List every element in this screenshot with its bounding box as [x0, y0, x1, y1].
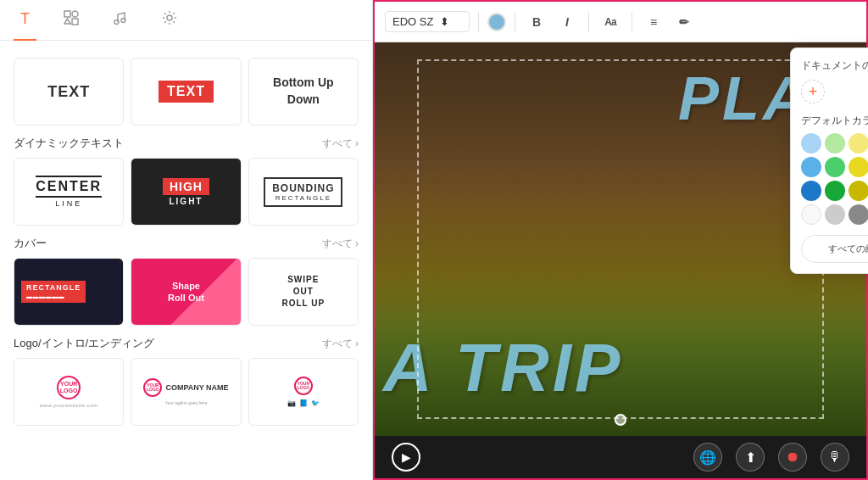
doc-color-area: + [801, 80, 868, 103]
svg-rect-3 [72, 19, 78, 25]
tab-text[interactable]: T [14, 0, 36, 40]
cover-shape-content: ShapeRoll Out [131, 259, 240, 325]
center-line-main: CENTER [36, 176, 102, 198]
color-swatch-1-1[interactable] [801, 133, 821, 153]
font-name-label: EDO SZ [392, 15, 433, 28]
font-size-button[interactable]: Aa [598, 9, 623, 35]
preset-bounding[interactable]: BOUNDING RECTANGLE [248, 158, 359, 226]
cover-section-header: カバー すべて › [14, 236, 359, 251]
cover-all-btn[interactable]: すべて › [322, 237, 359, 251]
svg-marker-2 [64, 19, 70, 24]
color-grid-row3 [801, 181, 868, 201]
preset-red-bg-label: TEXT [159, 81, 214, 103]
tab-music[interactable] [106, 0, 135, 40]
tab-settings[interactable] [155, 0, 184, 40]
color-swatch-1-2[interactable] [825, 133, 845, 153]
logo-3-content: YOURLOGO 📷📘🐦 [287, 377, 320, 407]
color-swatch-4-2[interactable] [825, 204, 845, 225]
color-dot[interactable] [487, 13, 506, 31]
toolbar-divider-4 [632, 12, 632, 32]
svg-point-5 [121, 19, 125, 23]
bounding-content: BOUNDING RECTANGLE [264, 177, 342, 207]
align-button[interactable]: ≡ [641, 9, 666, 35]
globe-icon: 🌐 [699, 449, 716, 466]
svg-point-4 [114, 20, 119, 25]
color-swatch-2-1[interactable] [801, 157, 821, 177]
color-swatch-3-2[interactable] [825, 181, 845, 201]
add-doc-color-btn[interactable]: + [801, 80, 825, 103]
logo-preset-grid: YOURLOGO www.yourwebsite.com YOURLOGO CO… [14, 358, 359, 426]
color-pen-button[interactable]: ✏ [671, 9, 697, 35]
mic-icon: 🎙 [828, 449, 842, 465]
font-selector[interactable]: EDO SZ ⬍ [385, 11, 470, 32]
preset-center-line[interactable]: CENTER LINE [14, 158, 124, 226]
preset-highlight[interactable]: HIGH LIGHT [131, 158, 241, 226]
toolbar-divider-1 [478, 12, 479, 32]
color-swatch-1-3[interactable] [849, 133, 868, 153]
mic-button[interactable]: 🎙 [821, 443, 849, 472]
apply-all-btn[interactable]: すべての絵コンテに適用 [801, 235, 868, 263]
preset-bottom-up-label: Bottom UpDown [273, 75, 334, 108]
preset-logo-2[interactable]: YOURLOGO COMPANY NAME Your tagline goes … [131, 358, 241, 426]
logo-1-circle: YOURLOGO [57, 376, 81, 399]
preset-plain-text-label: TEXT [47, 83, 90, 101]
preset-logo-1[interactable]: YOURLOGO www.yourwebsite.com [14, 358, 124, 426]
share-button[interactable]: ⬆ [736, 443, 765, 472]
preset-bottom-up[interactable]: Bottom UpDown [248, 58, 359, 126]
bounding-main: BOUNDING [272, 182, 334, 194]
color-grid-row1 [801, 133, 868, 153]
tab-shapes[interactable] [57, 0, 86, 40]
logo-section-header: Logo/イントロ/エンディング すべて › [14, 336, 359, 351]
share-icon: ⬆ [745, 449, 756, 466]
cover-preset-grid: RECTANGLE▬▬▬▬▬▬ ShapeRoll Out SWIPEOUTRO… [14, 258, 359, 326]
dynamic-preset-grid: CENTER LINE HIGH LIGHT BOUNDING RECTANGL… [14, 158, 359, 226]
bounding-sub: RECTANGLE [272, 194, 334, 202]
record-button[interactable]: ⏺ [778, 443, 807, 472]
preset-red-bg-text[interactable]: TEXT [131, 58, 241, 126]
bottom-toolbar: ▶ 🌐 ⬆ ⏺ 🎙 [375, 436, 866, 478]
color-swatch-2-2[interactable] [825, 157, 845, 177]
highlight-sub: LIGHT [169, 197, 203, 206]
left-panel: T TEXT TEXT Bottom UpDown ダイナミックテキスト す [0, 0, 373, 480]
preset-cover-swipe[interactable]: SWIPEOUTROLL UP [248, 258, 359, 326]
logo-3-circle: YOURLOGO [294, 377, 313, 395]
canvas-text-trip: A TRIP [383, 334, 623, 402]
color-grid-row2 [801, 157, 868, 177]
svg-rect-0 [64, 11, 70, 17]
color-swatch-3-3[interactable] [849, 181, 868, 201]
logo-1-content: YOURLOGO www.yourwebsite.com [40, 376, 98, 408]
logo-all-btn[interactable]: すべて › [322, 337, 359, 351]
italic-button[interactable]: I [554, 9, 580, 35]
color-swatch-4-3[interactable] [849, 204, 868, 225]
bold-button[interactable]: B [524, 9, 549, 35]
globe-button[interactable]: 🌐 [693, 443, 722, 472]
center-line-sub: LINE [36, 199, 102, 208]
tab-bar: T [0, 0, 372, 41]
doc-color-title: ドキュメントの色 [801, 59, 868, 73]
right-panel: EDO SZ ⬍ B I Aa ≡ ✏ ドキュメントの色 + デフォルトカラー [373, 0, 868, 480]
default-color-title: デフォルトカラー [801, 114, 868, 128]
logo-2-tagline: Your tagline goes here [165, 400, 208, 405]
preset-plain-text[interactable]: TEXT [14, 58, 124, 126]
logo-2-content: YOURLOGO COMPANY NAME Your tagline goes … [143, 378, 228, 405]
toolbar-divider-2 [515, 12, 515, 32]
cover-swipe-content: SWIPEOUTROLL UP [249, 259, 358, 325]
basic-preset-grid: TEXT TEXT Bottom UpDown [14, 58, 359, 126]
color-swatch-4-1[interactable] [801, 204, 821, 225]
logo-2-circle: YOURLOGO [143, 378, 162, 397]
dynamic-text-all-btn[interactable]: すべて › [322, 137, 359, 151]
toolbar-divider-3 [588, 12, 589, 32]
dynamic-text-title: ダイナミックテキスト [14, 136, 124, 151]
play-button[interactable]: ▶ [392, 443, 420, 472]
svg-point-1 [72, 11, 78, 17]
color-swatch-2-3[interactable] [849, 157, 868, 177]
color-picker-popup: ドキュメントの色 + デフォルトカラー [790, 47, 868, 274]
color-grid-row4 [801, 204, 868, 225]
play-icon: ▶ [402, 450, 411, 464]
preset-cover-rect[interactable]: RECTANGLE▬▬▬▬▬▬ [14, 258, 124, 326]
color-swatch-3-1[interactable] [801, 181, 821, 201]
logo-title: Logo/イントロ/エンディング [14, 336, 154, 351]
preset-logo-3[interactable]: YOURLOGO 📷📘🐦 [248, 358, 359, 426]
logo-2-name: COMPANY NAME [165, 383, 228, 392]
preset-cover-shape[interactable]: ShapeRoll Out [131, 258, 241, 326]
